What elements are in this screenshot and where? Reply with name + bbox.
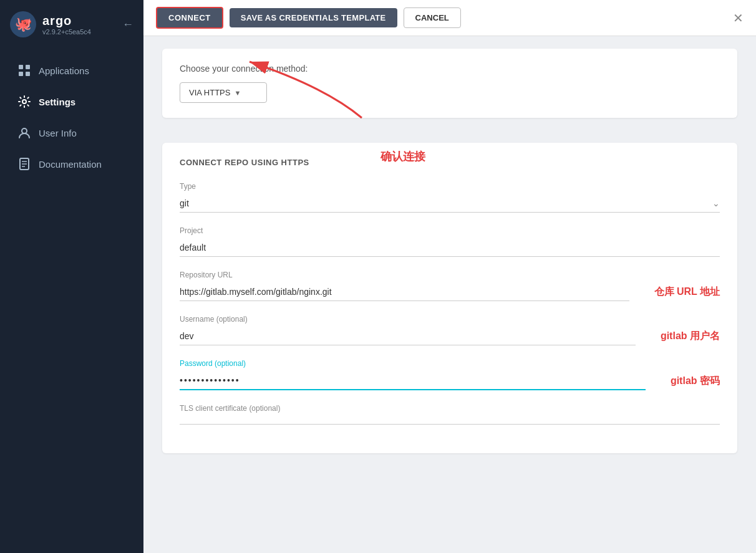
- username-row: dev gitlab 用户名: [180, 327, 720, 345]
- sidebar-nav: Applications Settings User Info: [0, 49, 143, 186]
- repository-url-input[interactable]: https://gitlab.myself.com/gitlab/nginx.g…: [180, 283, 629, 301]
- logo-version: v2.9.2+c5ea5c4: [42, 28, 91, 36]
- project-value: default: [180, 243, 206, 252]
- dropdown-arrow-icon: ▼: [234, 89, 241, 97]
- connect-button[interactable]: CONNECT: [156, 7, 223, 29]
- connect-repo-card: CONNECT REPO USING HTTPS Type git ⌄ Proj…: [162, 143, 737, 453]
- form-area: Choose your connection method: VIA HTTPS…: [143, 36, 756, 553]
- repository-url-value: https://gitlab.myself.com/gitlab/nginx.g…: [180, 287, 332, 297]
- section-title: CONNECT REPO USING HTTPS: [180, 158, 720, 167]
- type-label: Type: [180, 182, 720, 191]
- sidebar-item-applications[interactable]: Applications: [5, 56, 138, 85]
- close-button[interactable]: ✕: [733, 11, 744, 26]
- sidebar-header: 🐙 argo v2.9.2+c5ea5c4 ←: [0, 0, 143, 49]
- cancel-button[interactable]: CANCEL: [404, 7, 461, 28]
- password-annotation: gitlab 密码: [671, 375, 720, 388]
- svg-point-4: [22, 100, 26, 103]
- main-content: CONNECT SAVE AS CREDENTIALS TEMPLATE CAN…: [143, 0, 756, 553]
- tls-input[interactable]: [180, 416, 720, 425]
- password-label: Password (optional): [180, 359, 720, 368]
- logo-text: argo v2.9.2+c5ea5c4: [42, 14, 91, 36]
- username-input[interactable]: dev: [180, 327, 636, 345]
- applications-icon: [17, 64, 31, 77]
- password-field-group: Password (optional) •••••••••••••• gitla…: [180, 359, 720, 390]
- svg-rect-2: [19, 72, 23, 76]
- logo-avatar: 🐙: [10, 11, 36, 37]
- save-credentials-template-button[interactable]: SAVE AS CREDENTIALS TEMPLATE: [230, 8, 397, 27]
- documentation-icon: [17, 157, 31, 171]
- confirm-connect-annotation: 确认连接: [380, 149, 425, 164]
- documentation-label: Documentation: [39, 159, 102, 170]
- connection-method-select[interactable]: VIA HTTPS ▼: [180, 82, 267, 103]
- settings-label: Settings: [39, 97, 75, 107]
- password-value: ••••••••••••••: [180, 375, 240, 385]
- sidebar-item-user-info[interactable]: User Info: [5, 118, 138, 147]
- repository-url-row: https://gitlab.myself.com/gitlab/nginx.g…: [180, 283, 720, 301]
- connection-method-value: VIA HTTPS: [189, 88, 230, 97]
- tls-field-group: TLS client certificate (optional): [180, 404, 720, 425]
- username-field-group: Username (optional) dev gitlab 用户名: [180, 315, 720, 345]
- sidebar-item-documentation[interactable]: Documentation: [5, 150, 138, 178]
- sidebar-item-settings[interactable]: Settings: [5, 87, 138, 116]
- user-info-label: User Info: [39, 128, 77, 138]
- connection-method-label: Choose your connection method:: [180, 64, 720, 74]
- user-info-icon: [17, 126, 31, 140]
- connection-method-card: Choose your connection method: VIA HTTPS…: [162, 49, 737, 118]
- type-field-group: Type git ⌄: [180, 182, 720, 213]
- type-dropdown-icon: ⌄: [712, 198, 720, 208]
- repository-url-field-group: Repository URL https://gitlab.myself.com…: [180, 271, 720, 301]
- project-field-group: Project default: [180, 226, 720, 257]
- repository-url-label: Repository URL: [180, 271, 720, 279]
- svg-rect-3: [26, 72, 30, 76]
- username-value: dev: [180, 331, 194, 341]
- username-annotation: gitlab 用户名: [661, 330, 720, 343]
- settings-icon: [17, 95, 31, 108]
- type-value: git: [180, 198, 189, 208]
- project-input[interactable]: default: [180, 239, 720, 257]
- logo-name: argo: [42, 14, 91, 28]
- back-button[interactable]: ←: [122, 18, 133, 31]
- username-label: Username (optional): [180, 315, 720, 324]
- svg-rect-1: [26, 65, 30, 69]
- project-label: Project: [180, 226, 720, 235]
- type-input[interactable]: git ⌄: [180, 195, 720, 213]
- svg-rect-0: [19, 65, 23, 69]
- password-row: •••••••••••••• gitlab 密码: [180, 372, 720, 390]
- svg-point-5: [22, 128, 27, 133]
- sidebar: 🐙 argo v2.9.2+c5ea5c4 ← Applications: [0, 0, 143, 553]
- repository-url-annotation: 仓库 URL 地址: [654, 286, 720, 299]
- toolbar: CONNECT SAVE AS CREDENTIALS TEMPLATE CAN…: [143, 0, 756, 36]
- password-input[interactable]: ••••••••••••••: [180, 372, 646, 390]
- applications-label: Applications: [39, 65, 89, 76]
- tls-label: TLS client certificate (optional): [180, 404, 720, 413]
